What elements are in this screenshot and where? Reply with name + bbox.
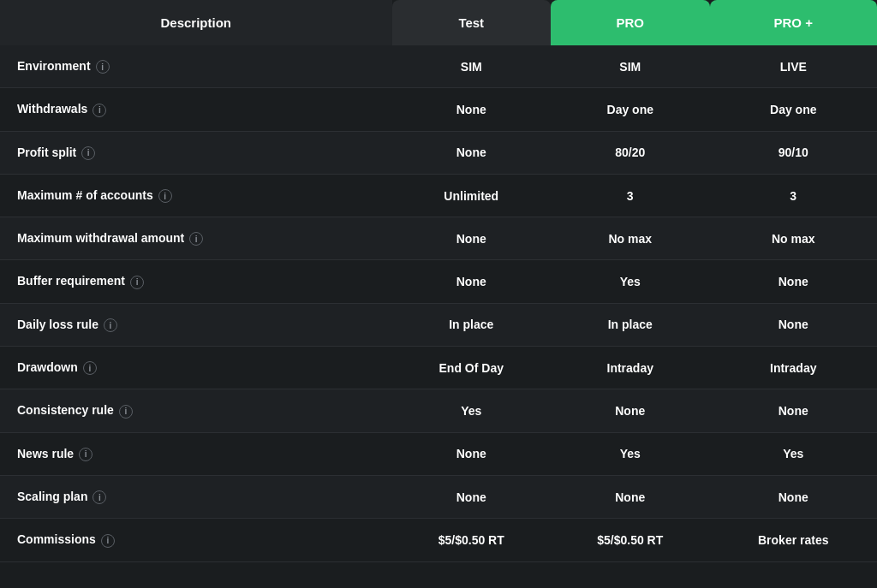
table-row: Commissionsi$5/$0.50 RT$5/$0.50 RTBroker… <box>0 519 877 561</box>
row-label: Commissionsi <box>0 519 392 561</box>
table-row: WithdrawalsiNoneDay oneDay one <box>0 88 877 131</box>
row-test-value: None <box>392 260 552 303</box>
header-test-label: Test <box>458 15 484 30</box>
row-label-text: News rule <box>17 447 74 460</box>
row-label: Scaling plani <box>0 476 392 519</box>
info-icon[interactable]: i <box>92 104 106 117</box>
row-pro-plus-value: 3 <box>710 175 878 217</box>
row-pro-value: Intraday <box>551 347 710 389</box>
info-icon[interactable]: i <box>83 361 97 375</box>
row-pro-value: 80/20 <box>551 132 710 175</box>
row-label-text: Daily loss rule <box>17 318 98 331</box>
row-pro-value: None <box>551 476 710 519</box>
info-icon[interactable]: i <box>189 232 203 246</box>
row-label-text: Drawdown <box>17 360 78 374</box>
table-row: Maximum # of accountsiUnlimited33 <box>0 175 877 217</box>
info-icon[interactable]: i <box>81 146 95 160</box>
row-test-value: None <box>392 132 552 175</box>
info-icon[interactable]: i <box>79 448 92 461</box>
row-label-text: Maximum withdrawal amount <box>17 231 184 245</box>
row-pro-plus-value: None <box>710 260 878 303</box>
info-icon[interactable]: i <box>158 189 172 203</box>
row-pro-plus-value: None <box>710 304 878 347</box>
row-pro-value: 3 <box>551 175 710 217</box>
row-pro-value: $5/$0.50 RT <box>551 519 710 561</box>
row-pro-value: Day one <box>551 88 710 131</box>
row-label-text: Buffer requirement <box>17 274 125 288</box>
row-pro-value: None <box>551 389 710 432</box>
row-pro-value: No max <box>551 217 710 260</box>
header-description-label: Description <box>160 15 231 30</box>
info-icon[interactable]: i <box>92 490 106 504</box>
comparison-table-container: Description Test PRO PRO + EnvironmentiS… <box>0 0 877 562</box>
row-label: News rulei <box>0 433 392 476</box>
table-row: Daily loss ruleiIn placeIn placeNone <box>0 304 877 347</box>
row-test-value: None <box>392 433 552 476</box>
row-pro-plus-value: Day one <box>710 88 878 131</box>
table-row: Profit splitiNone80/2090/10 <box>0 132 877 175</box>
row-test-value: End Of Day <box>392 347 552 389</box>
comparison-table: Description Test PRO PRO + EnvironmentiS… <box>0 0 877 562</box>
table-row: News ruleiNoneYesYes <box>0 433 877 476</box>
row-pro-plus-value: LIVE <box>710 45 878 88</box>
row-test-value: None <box>392 476 552 519</box>
row-label-text: Profit split <box>17 146 76 159</box>
info-icon[interactable]: i <box>119 405 133 419</box>
header-pro-plus-label: PRO + <box>774 15 813 30</box>
row-label-text: Scaling plan <box>17 490 87 503</box>
row-label: Consistency rulei <box>0 389 392 432</box>
row-pro-plus-value: 90/10 <box>710 132 878 175</box>
row-label: Profit spliti <box>0 132 392 175</box>
row-label: Maximum # of accountsi <box>0 175 392 217</box>
row-pro-plus-value: Intraday <box>710 347 878 389</box>
row-label: Buffer requirementi <box>0 260 392 303</box>
header-test: Test <box>392 0 552 45</box>
header-pro: PRO <box>551 0 710 45</box>
row-test-value: In place <box>392 304 552 347</box>
header-pro-plus: PRO + <box>710 0 878 45</box>
row-test-value: Unlimited <box>392 175 552 217</box>
table-row: DrawdowniEnd Of DayIntradayIntraday <box>0 347 877 389</box>
row-label-text: Commissions <box>17 532 96 546</box>
row-pro-plus-value: None <box>710 389 878 432</box>
row-label-text: Consistency rule <box>17 403 114 417</box>
row-label: Environmenti <box>0 45 392 88</box>
table-row: Scaling planiNoneNoneNone <box>0 476 877 519</box>
row-pro-value: Yes <box>551 260 710 303</box>
row-pro-plus-value: None <box>710 476 878 519</box>
info-icon[interactable]: i <box>104 318 117 332</box>
row-label-text: Environment <box>17 59 91 73</box>
row-test-value: None <box>392 217 552 260</box>
row-pro-plus-value: Broker rates <box>710 519 878 561</box>
table-row: Maximum withdrawal amountiNoneNo maxNo m… <box>0 217 877 260</box>
row-pro-value: SIM <box>551 45 710 88</box>
table-row: Consistency ruleiYesNoneNone <box>0 389 877 432</box>
row-test-value: SIM <box>392 45 552 88</box>
info-icon[interactable]: i <box>101 534 115 548</box>
row-label-text: Maximum # of accounts <box>17 188 153 202</box>
row-pro-value: In place <box>551 304 710 347</box>
row-label: Withdrawalsi <box>0 88 392 131</box>
table-row: EnvironmentiSIMSIMLIVE <box>0 45 877 88</box>
row-label: Drawdowni <box>0 347 392 389</box>
row-pro-plus-value: No max <box>710 217 878 260</box>
row-test-value: None <box>392 88 552 131</box>
info-icon[interactable]: i <box>130 276 144 289</box>
row-label-text: Withdrawals <box>17 102 87 116</box>
info-icon[interactable]: i <box>96 60 110 74</box>
row-test-value: Yes <box>392 389 552 432</box>
header-description: Description <box>0 0 392 45</box>
row-pro-plus-value: Yes <box>710 433 878 476</box>
table-row: Buffer requirementiNoneYesNone <box>0 260 877 303</box>
row-test-value: $5/$0.50 RT <box>392 519 552 561</box>
row-pro-value: Yes <box>551 433 710 476</box>
header-pro-label: PRO <box>616 15 644 30</box>
row-label: Daily loss rulei <box>0 304 392 347</box>
row-label: Maximum withdrawal amounti <box>0 217 392 260</box>
